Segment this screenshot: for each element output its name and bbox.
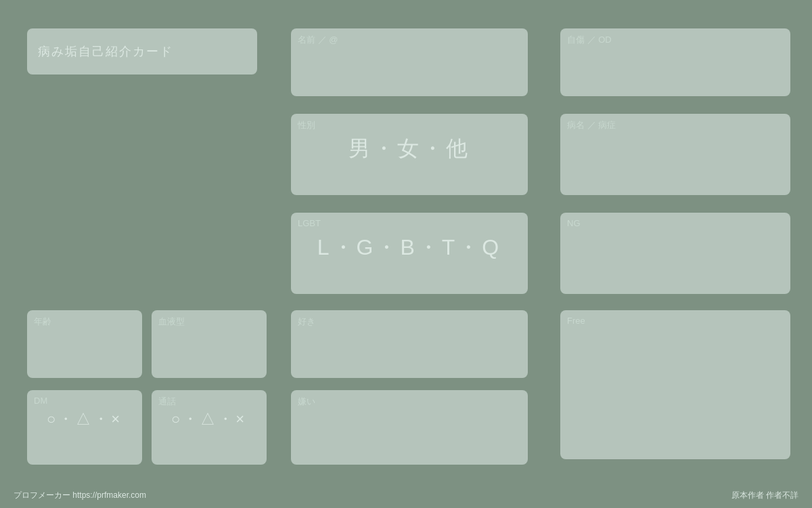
name-card: 名前 ／ @ — [291, 28, 528, 96]
selfharm-label: 自傷 ／ OD — [567, 34, 612, 46]
dislikes-label: 嫌い — [298, 396, 315, 408]
lgbt-card: LGBT L・G・B・T・Q — [291, 213, 528, 294]
footer-right: 原本作者 作者不詳 — [731, 490, 798, 501]
title-card: 病み垢自己紹介カード — [27, 28, 257, 75]
disease-label: 病名 ／ 病症 — [567, 119, 616, 131]
dislikes-card: 嫌い — [291, 390, 528, 465]
selfharm-card: 自傷 ／ OD — [560, 28, 790, 96]
free-label: Free — [567, 316, 585, 326]
name-label: 名前 ／ @ — [298, 34, 338, 46]
gender-card: 性別 男・女・他 — [291, 114, 528, 195]
dm-card: DM ○・△・× — [27, 390, 142, 465]
footer-left: プロフメーカー https://prfmaker.com — [14, 490, 146, 501]
lgbt-content: L・G・B・T・Q — [291, 213, 528, 263]
disease-card: 病名 ／ 病症 — [560, 114, 790, 195]
dm-label: DM — [34, 396, 47, 406]
blood-card: 血液型 — [152, 310, 267, 378]
ng-card: NG — [560, 213, 790, 294]
footer: プロフメーカー https://prfmaker.com 原本作者 作者不詳 — [0, 490, 812, 501]
gender-label: 性別 — [298, 119, 315, 131]
likes-label: 好き — [298, 316, 315, 328]
likes-card: 好き — [291, 310, 528, 378]
blood-label: 血液型 — [158, 316, 185, 328]
age-card: 年齢 — [27, 310, 142, 378]
lgbt-label: LGBT — [298, 218, 321, 228]
call-card: 通話 ○・△・× — [152, 390, 267, 465]
age-label: 年齢 — [34, 316, 51, 328]
free-card: Free — [560, 310, 790, 459]
title-text: 病み垢自己紹介カード — [38, 43, 173, 60]
call-label: 通話 — [158, 396, 176, 408]
gender-content: 男・女・他 — [291, 114, 528, 164]
ng-label: NG — [567, 218, 581, 228]
